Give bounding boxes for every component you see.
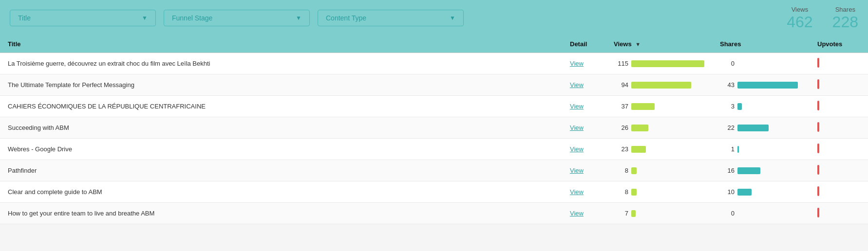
views-bar-track [631, 103, 704, 110]
cell-detail[interactable]: View [562, 96, 606, 117]
funnel-stage-dropdown[interactable]: Funnel Stage ▼ [164, 10, 310, 26]
views-bar-cell: 23 [614, 145, 704, 153]
table-row: PathfinderView 8 16 [0, 160, 868, 181]
views-stat-block: Views 462 [787, 6, 812, 30]
detail-link[interactable]: View [570, 103, 584, 110]
views-bar-fill [631, 125, 648, 131]
cell-shares: 1 [712, 139, 810, 160]
cell-detail[interactable]: View [562, 53, 606, 74]
shares-bar-cell: 0 [720, 60, 802, 67]
table-row: Succeeding with ABMView 26 22 [0, 117, 868, 139]
title-filter-dropdown[interactable]: Title ▼ [10, 10, 156, 26]
views-stat-value: 462 [787, 13, 812, 31]
shares-number: 10 [720, 188, 735, 196]
table-row: CAHIERS ÉCONOMIQUES DE LA RÉPUBLIQUE CEN… [0, 96, 868, 117]
upvote-bar-indicator [817, 186, 819, 196]
views-bar-track [631, 82, 704, 89]
views-number: 94 [614, 81, 628, 89]
cell-shares: 0 [712, 203, 810, 224]
cell-detail[interactable]: View [562, 139, 606, 160]
cell-title: The Ultimate Template for Perfect Messag… [0, 74, 562, 96]
shares-bar-cell: 0 [720, 210, 802, 217]
views-bar-cell: 26 [614, 124, 704, 131]
cell-upvotes [810, 139, 868, 160]
views-number: 37 [614, 103, 628, 110]
shares-bar-track [737, 125, 802, 131]
col-header-upvotes: Upvotes [810, 36, 868, 53]
cell-detail[interactable]: View [562, 160, 606, 181]
table-row: Clear and complete guide to ABMView 8 10 [0, 181, 868, 203]
shares-stat-label: Shares [832, 6, 858, 13]
col-header-views[interactable]: Views ▼ [606, 36, 712, 53]
shares-bar-fill [737, 82, 798, 89]
cell-detail[interactable]: View [562, 74, 606, 96]
cell-detail[interactable]: View [562, 203, 606, 224]
views-bar-fill [631, 189, 637, 196]
views-bar-cell: 7 [614, 210, 704, 217]
detail-link[interactable]: View [570, 210, 584, 217]
funnel-stage-label: Funnel Stage [172, 14, 212, 22]
detail-link[interactable]: View [570, 81, 584, 89]
shares-bar-fill [737, 189, 752, 196]
cell-views: 8 [606, 181, 712, 203]
views-bar-track [631, 189, 704, 196]
shares-bar-track [737, 167, 802, 174]
cell-title: Pathfinder [0, 160, 562, 181]
shares-number: 22 [720, 124, 735, 131]
stats-section: Views 462 Shares 228 [787, 6, 858, 30]
filter-bar: Title ▼ Funnel Stage ▼ Content Type ▼ Vi… [0, 0, 868, 36]
detail-link[interactable]: View [570, 167, 584, 174]
views-bar-fill [631, 210, 636, 217]
shares-bar-track [737, 60, 802, 67]
cell-upvotes [810, 53, 868, 74]
cell-shares: 43 [712, 74, 810, 96]
cell-views: 7 [606, 203, 712, 224]
upvote-bar-indicator [817, 208, 819, 217]
cell-views: 8 [606, 160, 712, 181]
cell-views: 37 [606, 96, 712, 117]
views-number: 7 [614, 210, 628, 217]
shares-bar-fill [737, 125, 769, 131]
cell-detail[interactable]: View [562, 181, 606, 203]
shares-bar-fill [737, 167, 760, 174]
cell-upvotes [810, 96, 868, 117]
views-stat-label: Views [787, 6, 812, 13]
shares-number: 3 [720, 103, 735, 110]
upvote-bar-indicator [817, 143, 819, 153]
cell-shares: 10 [712, 181, 810, 203]
upvote-bar-indicator [817, 58, 819, 68]
shares-number: 1 [720, 145, 735, 153]
content-type-dropdown[interactable]: Content Type ▼ [318, 10, 464, 26]
shares-bar-cell: 3 [720, 103, 802, 110]
detail-link[interactable]: View [570, 188, 584, 196]
table-row: The Ultimate Template for Perfect Messag… [0, 74, 868, 96]
shares-number: 43 [720, 81, 735, 89]
shares-bar-cell: 1 [720, 145, 802, 153]
cell-title: Clear and complete guide to ABM [0, 181, 562, 203]
views-bar-fill [631, 60, 704, 67]
views-bar-fill [631, 167, 637, 174]
table-header-row: Title Detail Views ▼ Shares Upvotes [0, 36, 868, 53]
shares-number: 0 [720, 60, 735, 67]
shares-bar-track [737, 103, 802, 110]
cell-shares: 16 [712, 160, 810, 181]
cell-views: 115 [606, 53, 712, 74]
views-bar-cell: 8 [614, 167, 704, 174]
main-container: Title ▼ Funnel Stage ▼ Content Type ▼ Vi… [0, 0, 868, 224]
table-row: Webres - Google DriveView 23 1 [0, 139, 868, 160]
detail-link[interactable]: View [570, 60, 584, 67]
cell-views: 94 [606, 74, 712, 96]
views-bar-cell: 115 [614, 60, 704, 67]
detail-link[interactable]: View [570, 124, 584, 131]
shares-number: 0 [720, 210, 735, 217]
detail-link[interactable]: View [570, 145, 584, 153]
views-bar-track [631, 125, 704, 131]
cell-upvotes [810, 160, 868, 181]
cell-detail[interactable]: View [562, 117, 606, 139]
col-header-title: Title [0, 36, 562, 53]
shares-bar-track [737, 82, 802, 89]
views-bar-fill [631, 146, 646, 153]
upvote-bar-indicator [817, 122, 819, 132]
views-number: 115 [614, 60, 628, 67]
shares-bar-cell: 22 [720, 124, 802, 131]
